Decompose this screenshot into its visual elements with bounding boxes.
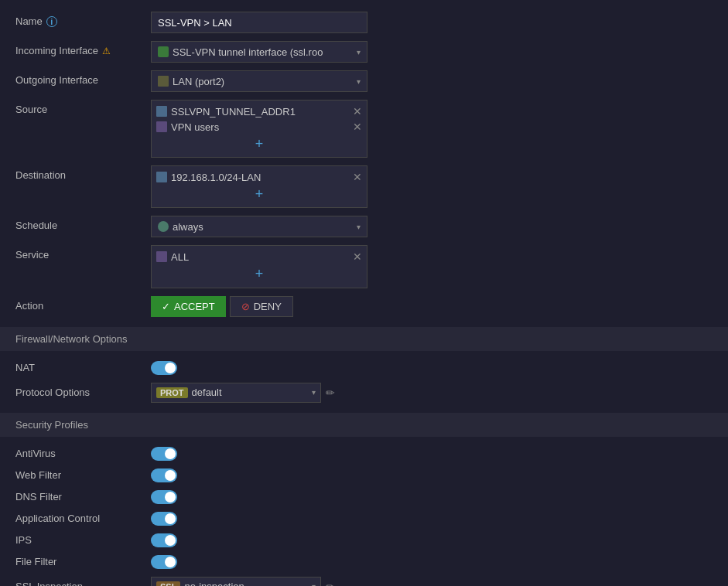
service-label: Service bbox=[15, 245, 151, 261]
web-filter-label-text: Web Filter bbox=[15, 469, 61, 481]
action-buttons: ✓ ACCEPT ⊘ DENY bbox=[151, 296, 367, 317]
service-item-0-label: ALL bbox=[171, 251, 189, 263]
clock-icon bbox=[158, 221, 169, 232]
destination-item-0-remove[interactable]: ✕ bbox=[353, 171, 362, 183]
outgoing-interface-control: LAN (port2) ▾ bbox=[151, 70, 367, 92]
application-control-label: Application Control bbox=[15, 513, 151, 524]
service-item-0-content: ALL bbox=[156, 251, 189, 263]
web-filter-toggle[interactable] bbox=[151, 468, 177, 482]
security-section-header: Security Profiles bbox=[0, 413, 728, 437]
nat-row: NAT bbox=[15, 357, 713, 379]
name-label-text: Name bbox=[15, 15, 43, 27]
source-item-0-label: SSLVPN_TUNNEL_ADDR1 bbox=[171, 106, 296, 118]
incoming-interface-label-text: Incoming Interface bbox=[15, 45, 98, 56]
incoming-interface-row: Incoming Interface ⚠ SSL-VPN tunnel inte… bbox=[15, 37, 713, 66]
antivirus-toggle[interactable] bbox=[151, 447, 177, 461]
destination-control: 192.168.1.0/24-LAN ✕ + bbox=[151, 165, 367, 208]
chevron-icon: ▾ bbox=[357, 77, 361, 86]
file-filter-label: File Filter bbox=[15, 556, 151, 567]
antivirus-row: AntiVirus bbox=[15, 443, 713, 465]
ips-label-text: IPS bbox=[15, 534, 32, 546]
ssl-inspection-label: SSL Inspection bbox=[15, 581, 151, 586]
schedule-label-text: Schedule bbox=[15, 220, 57, 231]
destination-add-button[interactable]: + bbox=[156, 185, 362, 204]
destination-item-0-content: 192.168.1.0/24-LAN bbox=[156, 172, 261, 183]
protocol-edit-icon[interactable]: ✏ bbox=[326, 387, 335, 399]
nat-toggle[interactable] bbox=[151, 361, 177, 375]
file-filter-row: File Filter bbox=[15, 551, 713, 573]
schedule-content: always bbox=[158, 221, 354, 233]
outgoing-interface-content: LAN (port2) bbox=[158, 76, 354, 87]
nat-label: NAT bbox=[15, 362, 151, 373]
prot-badge: PROT bbox=[156, 387, 188, 398]
application-control-row: Application Control bbox=[15, 508, 713, 530]
protocol-options-select[interactable]: PROT default ▾ bbox=[151, 383, 321, 403]
network-icon bbox=[156, 106, 167, 117]
protocol-options-control: PROT default ▾ ✏ bbox=[151, 383, 335, 403]
schedule-value: always bbox=[173, 221, 203, 233]
name-row: Name i bbox=[15, 8, 713, 37]
dns-filter-row: DNS Filter bbox=[15, 486, 713, 508]
accept-button[interactable]: ✓ ACCEPT bbox=[151, 296, 226, 317]
chevron-icon: ▾ bbox=[312, 582, 316, 586]
ssl-badge: SSL bbox=[156, 581, 180, 586]
web-filter-label: Web Filter bbox=[15, 469, 151, 481]
grid-icon bbox=[158, 76, 169, 87]
firewall-section-title: Firewall/Network Options bbox=[15, 333, 128, 345]
ssl-inspection-select[interactable]: SSL no-inspection ▾ bbox=[151, 577, 321, 586]
outgoing-interface-value: LAN (port2) bbox=[173, 76, 224, 87]
service-control: ALL ✕ + bbox=[151, 245, 367, 288]
service-row: Service ALL ✕ + bbox=[15, 241, 713, 291]
source-item-1-label: VPN users bbox=[171, 121, 219, 133]
incoming-interface-content: SSL-VPN tunnel interface (ssl.roo bbox=[158, 46, 354, 58]
source-item-0-remove[interactable]: ✕ bbox=[353, 105, 362, 118]
deny-icon: ⊘ bbox=[241, 301, 250, 312]
ssl-inspection-value: no-inspection bbox=[184, 581, 244, 586]
ssl-edit-icon[interactable]: ✏ bbox=[326, 581, 335, 586]
service-item-0-remove[interactable]: ✕ bbox=[353, 250, 362, 263]
action-label-text: Action bbox=[15, 300, 43, 312]
destination-multiselect: 192.168.1.0/24-LAN ✕ + bbox=[151, 165, 367, 208]
source-row: Source SSLVPN_TUNNEL_ADDR1 ✕ VPN users ✕ bbox=[15, 96, 713, 162]
incoming-interface-select[interactable]: SSL-VPN tunnel interface (ssl.roo ▾ bbox=[151, 41, 367, 63]
antivirus-label-text: AntiVirus bbox=[15, 448, 56, 459]
source-control: SSLVPN_TUNNEL_ADDR1 ✕ VPN users ✕ + bbox=[151, 100, 367, 158]
list-item: VPN users ✕ bbox=[156, 119, 362, 135]
list-icon bbox=[156, 121, 167, 132]
list-item: 192.168.1.0/24-LAN ✕ bbox=[156, 169, 362, 185]
file-filter-toggle[interactable] bbox=[151, 555, 177, 569]
list-item: SSLVPN_TUNNEL_ADDR1 ✕ bbox=[156, 104, 362, 119]
dns-filter-toggle[interactable] bbox=[151, 490, 177, 504]
action-row: Action ✓ ACCEPT ⊘ DENY bbox=[15, 292, 713, 321]
deny-button[interactable]: ⊘ DENY bbox=[230, 296, 293, 317]
list-item: ALL ✕ bbox=[156, 249, 362, 264]
ssl-inspection-control: SSL no-inspection ▾ ✏ bbox=[151, 577, 335, 586]
action-label: Action bbox=[15, 296, 151, 312]
action-control: ✓ ACCEPT ⊘ DENY bbox=[151, 296, 367, 317]
source-add-button[interactable]: + bbox=[156, 135, 362, 154]
source-item-1-remove[interactable]: ✕ bbox=[353, 121, 362, 133]
destination-label-text: Destination bbox=[15, 169, 66, 181]
schedule-row: Schedule always ▾ bbox=[15, 212, 713, 241]
outgoing-interface-select[interactable]: LAN (port2) ▾ bbox=[151, 70, 367, 92]
ips-toggle[interactable] bbox=[151, 533, 177, 547]
ssl-inspection-label-text: SSL Inspection bbox=[15, 581, 83, 586]
shield-icon bbox=[158, 46, 169, 57]
outgoing-interface-row: Outgoing Interface LAN (port2) ▾ bbox=[15, 66, 713, 96]
info-icon: i bbox=[46, 16, 57, 27]
schedule-label: Schedule bbox=[15, 216, 151, 231]
source-multiselect: SSLVPN_TUNNEL_ADDR1 ✕ VPN users ✕ + bbox=[151, 100, 367, 158]
source-item-1-content: VPN users bbox=[156, 121, 219, 133]
list-icon bbox=[156, 251, 167, 262]
application-control-toggle[interactable] bbox=[151, 512, 177, 526]
name-input[interactable] bbox=[151, 12, 367, 33]
outgoing-interface-label-text: Outgoing Interface bbox=[15, 74, 98, 86]
service-add-button[interactable]: + bbox=[156, 264, 362, 284]
protocol-options-value: default bbox=[192, 387, 222, 398]
schedule-control: always ▾ bbox=[151, 216, 367, 237]
source-label-text: Source bbox=[15, 104, 47, 115]
name-control bbox=[151, 12, 367, 33]
check-icon: ✓ bbox=[162, 301, 170, 312]
deny-label: DENY bbox=[254, 301, 282, 312]
schedule-select[interactable]: always ▾ bbox=[151, 216, 367, 237]
